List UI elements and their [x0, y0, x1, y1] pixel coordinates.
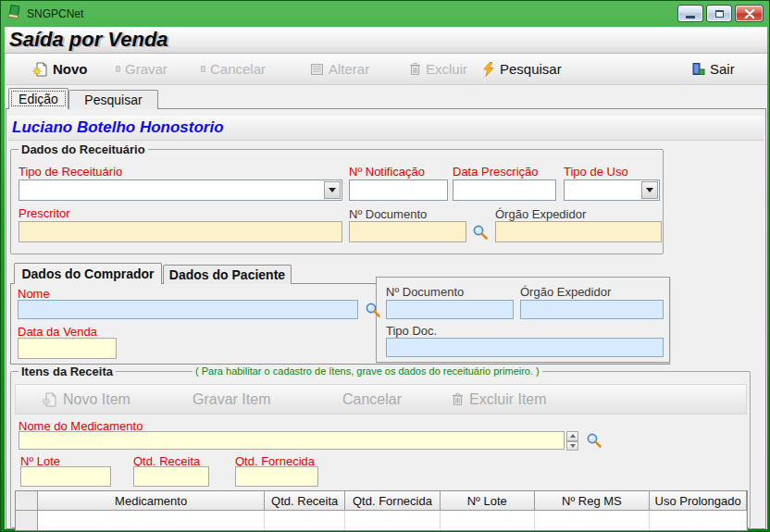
group-itens-note: ( Para habilitar o cadastro de ítens, gr… [192, 365, 542, 377]
grid-cell [535, 511, 651, 530]
data-prescricao-input[interactable] [453, 179, 556, 201]
medicamento-lookup-button[interactable] [586, 432, 602, 449]
page-title: Saída por Venda [9, 28, 168, 52]
title-bar: SNGPCNet [6, 4, 764, 24]
nome-label: Nome [18, 287, 50, 301]
sair-label: Sair [710, 61, 735, 77]
qtd-receita-input[interactable] [133, 466, 209, 487]
group-itens-receita: Itens da Receita ( Para habilitar o cada… [10, 371, 751, 528]
grid-row-selector [16, 511, 38, 530]
gravar-button: Gravar [116, 54, 168, 84]
maximize-button[interactable] [706, 5, 732, 22]
close-button[interactable] [735, 5, 764, 22]
tipo-receituario-combo[interactable] [19, 179, 342, 201]
nome-input[interactable] [18, 300, 358, 319]
nome-lookup-button[interactable] [365, 302, 381, 318]
cancel-icon [201, 66, 205, 72]
pesquisar-button[interactable]: Pesquisar [482, 54, 562, 84]
grid-header-row: Medicamento Qtd. Receita Qtd. Fornecida … [16, 491, 747, 511]
grid-header-lote[interactable]: Nº Lote [441, 491, 535, 511]
page-header: Saída por Venda [5, 27, 767, 54]
tipo-receituario-dropdown-button[interactable] [324, 181, 341, 199]
cancelar-item-button: Cancelar [342, 385, 402, 414]
medicamento-spinner[interactable] [566, 431, 578, 451]
comprador-orgao-label: Órgão Expedidor [520, 285, 611, 299]
prescritor-input[interactable] [19, 221, 342, 242]
prescritor-lookup-button[interactable] [472, 224, 489, 241]
data-venda-input[interactable] [18, 338, 117, 359]
save-icon [116, 66, 120, 72]
alterar-button: Alterar [310, 54, 369, 84]
medicamento-input[interactable] [19, 431, 565, 450]
tab-paciente-label: Dados do Paciente [169, 267, 285, 282]
window-title: SNGPCNet [27, 7, 83, 20]
minimize-button[interactable] [677, 5, 703, 22]
itens-grid: Medicamento Qtd. Receita Qtd. Fornecida … [15, 490, 748, 531]
grid-cell [441, 511, 535, 530]
record-name: Luciano Botelho Honostorio [12, 118, 224, 137]
exit-door-icon [691, 62, 705, 76]
gravar-item-button: Gravar Item [192, 385, 270, 414]
cancelar-item-label: Cancelar [342, 391, 402, 408]
tipo-uso-dropdown-button[interactable] [641, 181, 658, 199]
excluir-button: Excluir [409, 54, 467, 84]
tab-dados-paciente[interactable]: Dados do Paciente [163, 265, 292, 284]
comprador-documento-panel: Nº Documento Órgão Expedidor Tipo Doc. [376, 277, 670, 363]
magnifier-icon [472, 224, 489, 241]
data-venda-label: Data da Venda [18, 325, 97, 339]
cancelar-button: Cancelar [201, 54, 266, 84]
pesquisar-label: Pesquisar [500, 61, 562, 77]
tipo-receituario-label: Tipo de Receituário [19, 165, 122, 179]
tipo-doc-input[interactable] [386, 338, 664, 357]
novo-button[interactable]: Novo [32, 54, 88, 84]
comprador-documento-input[interactable] [386, 300, 514, 319]
spinner-down-button[interactable] [566, 441, 578, 452]
tab-dados-comprador[interactable]: Dados do Comprador [14, 263, 162, 284]
chevron-down-icon [329, 188, 336, 192]
lote-input[interactable] [20, 466, 111, 487]
new-page-icon-disabled [42, 392, 57, 407]
comprador-orgao-input[interactable] [520, 300, 664, 319]
arrow-down-icon [570, 444, 576, 448]
novo-item-label: Novo Item [63, 391, 130, 408]
gravar-label: Gravar [125, 61, 168, 77]
app-window: SNGPCNet Saída por Venda Novo Gravar [0, 0, 770, 532]
tipo-uso-combo[interactable] [564, 179, 660, 201]
tipo-uso-label: Tipo de Uso [564, 165, 628, 179]
main-toolbar: Novo Gravar Cancelar Alterar [5, 54, 767, 85]
chevron-down-icon [646, 188, 653, 192]
itens-toolbar: Novo Item Gravar Item Cancelar Excluir I… [15, 384, 747, 414]
grid-header-medicamento[interactable]: Medicamento [38, 491, 265, 511]
trash-icon [409, 62, 421, 76]
receituario-documento-label: Nº Documento [349, 207, 427, 221]
grid-cell [265, 511, 345, 530]
tab-edicao[interactable]: Edição [8, 88, 68, 109]
novo-label: Novo [53, 61, 88, 77]
comprador-documento-label: Nº Documento [386, 285, 464, 299]
excluir-item-label: Excluir Item [469, 391, 547, 408]
spinner-up-button[interactable] [566, 431, 578, 441]
tab-pesquisar-label: Pesquisar [84, 93, 142, 107]
record-name-strip: Luciano Botelho Honostorio [8, 116, 764, 141]
notificacao-input[interactable] [349, 179, 448, 201]
alterar-label: Alterar [329, 61, 369, 77]
arrow-up-icon [570, 434, 576, 438]
magnifier-icon [365, 302, 381, 318]
tab-comprador-label: Dados do Comprador [21, 266, 154, 281]
sair-button[interactable]: Sair [691, 54, 735, 84]
grid-cell [650, 511, 747, 530]
grid-header-reg-ms[interactable]: Nº Reg MS [535, 491, 651, 511]
qtd-fornecida-input[interactable] [235, 466, 318, 487]
grid-header-qtd-fornecida[interactable]: Qtd. Fornecida [345, 491, 441, 511]
grid-header-qtd-receita[interactable]: Qtd. Receita [265, 491, 345, 511]
grid-empty-row [16, 511, 747, 530]
maximize-icon [715, 10, 724, 18]
receituario-documento-input[interactable] [349, 221, 466, 242]
novo-item-button: Novo Item [42, 385, 130, 414]
new-page-icon [32, 62, 48, 77]
grid-cell [38, 511, 265, 530]
receituario-orgao-label: Órgão Expedidor [495, 207, 586, 221]
grid-header-uso-prolongado[interactable]: Uso Prolongado [650, 491, 747, 511]
tab-pesquisar[interactable]: Pesquisar [68, 90, 158, 109]
receituario-orgao-input[interactable] [495, 221, 662, 242]
